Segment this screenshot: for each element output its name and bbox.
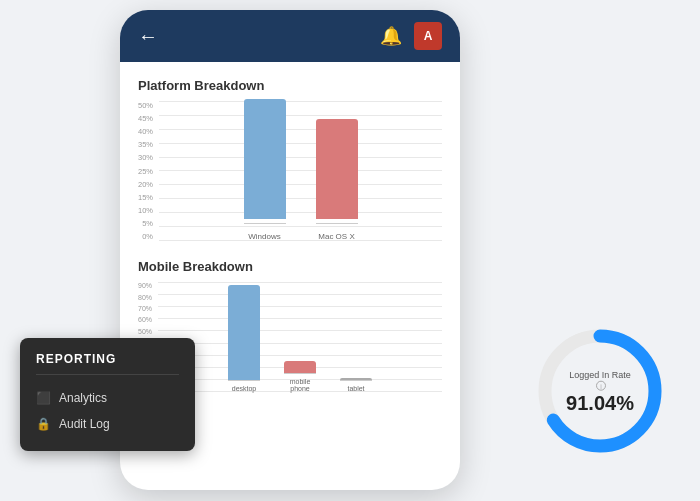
bar-group-windows: Windows bbox=[244, 99, 286, 241]
back-button[interactable]: ← bbox=[138, 25, 158, 48]
sidebar-item-analytics-label: Analytics bbox=[59, 391, 107, 405]
bar-group-mobile-phone: mobile phone bbox=[280, 361, 320, 392]
analytics-icon: ⬛ bbox=[36, 391, 51, 405]
header-icons: 🔔 A bbox=[380, 22, 442, 50]
bar-label-tablet: tablet bbox=[347, 385, 364, 392]
sidebar-item-audit-log[interactable]: 🔒 Audit Log bbox=[36, 411, 179, 437]
sidebar-item-audit-log-label: Audit Log bbox=[59, 417, 110, 431]
donut-center: Logged In Rate i 91.04% bbox=[565, 370, 635, 413]
bar-group-desktop: desktop bbox=[228, 285, 260, 392]
platform-bar-chart: 0% 5% 10% 15% 20% 25% 30% 35% 40% 45% 50… bbox=[138, 101, 442, 241]
mobile-bars-row: desktop mobile phone tablet bbox=[158, 282, 442, 392]
bell-icon[interactable]: 🔔 bbox=[380, 25, 402, 47]
bar-label-mobile-phone: mobile phone bbox=[280, 378, 320, 392]
bar-label-windows: Windows bbox=[248, 232, 280, 241]
bar-desktop bbox=[228, 285, 260, 380]
avatar[interactable]: A bbox=[414, 22, 442, 50]
platform-chart-section: Platform Breakdown 0% 5% 10% 15% 20% 25%… bbox=[138, 78, 442, 241]
mobile-chart-area: desktop mobile phone tablet bbox=[158, 282, 442, 392]
platform-chart-area: Windows Mac OS X bbox=[159, 101, 442, 241]
sidebar-item-analytics[interactable]: ⬛ Analytics bbox=[36, 385, 179, 411]
bar-group-tablet: tablet bbox=[340, 378, 372, 392]
platform-chart-title: Platform Breakdown bbox=[138, 78, 442, 93]
sidebar-heading: REPORTING bbox=[36, 352, 179, 375]
donut-value: 91.04% bbox=[565, 392, 635, 412]
audit-log-icon: 🔒 bbox=[36, 417, 51, 431]
sidebar-panel: REPORTING ⬛ Analytics 🔒 Audit Log bbox=[20, 338, 195, 451]
bar-label-macosx: Mac OS X bbox=[318, 232, 354, 241]
donut-label: Logged In Rate i bbox=[565, 370, 635, 391]
bar-group-macosx: Mac OS X bbox=[316, 119, 358, 241]
donut-chart-container: Logged In Rate i 91.04% bbox=[530, 321, 670, 461]
platform-bars-row: Windows Mac OS X bbox=[159, 101, 442, 241]
bar-macosx bbox=[316, 119, 358, 219]
bar-windows bbox=[244, 99, 286, 219]
bar-mobile-phone bbox=[284, 361, 316, 373]
info-icon: i bbox=[596, 380, 606, 390]
bar-label-desktop: desktop bbox=[232, 385, 257, 392]
mobile-chart-title: Mobile Breakdown bbox=[138, 259, 442, 274]
platform-y-axis: 0% 5% 10% 15% 20% 25% 30% 35% 40% 45% 50… bbox=[138, 101, 159, 241]
phone-header: ← 🔔 A bbox=[120, 10, 460, 62]
